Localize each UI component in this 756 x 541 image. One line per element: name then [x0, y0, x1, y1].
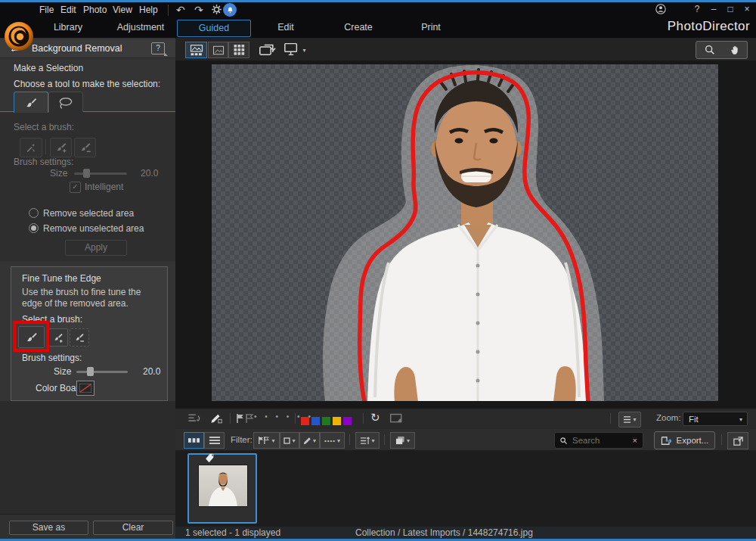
search-input[interactable]: [571, 435, 627, 446]
slider-thumb[interactable]: [83, 169, 90, 178]
view-mode-filmstrip-button[interactable]: [185, 42, 207, 58]
chevron-down-icon: ▾: [407, 437, 410, 444]
divider: [349, 434, 350, 445]
viewer-toolbar: ▾: [175, 38, 756, 61]
menu-help[interactable]: Help: [139, 5, 158, 15]
sort-order-dropdown[interactable]: ▾: [355, 432, 380, 449]
thumbnail-selected[interactable]: [187, 453, 257, 524]
tab-create[interactable]: Create: [322, 20, 395, 36]
zoom-dropdown[interactable]: Fit▾: [683, 412, 748, 426]
help-button[interactable]: ?: [691, 4, 703, 14]
filter-flags-dropdown[interactable]: ▾: [253, 432, 280, 449]
divider: [230, 413, 231, 424]
intelligent-checkbox[interactable]: ✓: [70, 182, 81, 193]
stack-photos-dropdown[interactable]: ▾: [390, 432, 415, 449]
divider: [363, 413, 364, 424]
divider: [384, 434, 385, 445]
fine-tune-size-value: 20.0: [143, 366, 160, 377]
view-mode-grid-button[interactable]: [228, 42, 249, 58]
brush-settings-label: Brush settings:: [14, 157, 73, 167]
divider: [45, 139, 46, 154]
flag-pick-icon[interactable]: [236, 413, 245, 427]
size-slider[interactable]: [74, 173, 127, 175]
redo-icon[interactable]: ↷: [194, 2, 203, 17]
fine-tune-size-slider[interactable]: [76, 371, 128, 373]
photo-transparent-background[interactable]: [212, 64, 718, 401]
flag-reject-icon[interactable]: [245, 413, 254, 427]
settings-gear-icon[interactable]: [211, 4, 222, 19]
photodirector-window: File Edit Photo View Help ↶ ↷ ? – □ ×: [0, 0, 756, 541]
menu-file[interactable]: File: [39, 5, 54, 15]
tab-print[interactable]: Print: [395, 20, 467, 36]
rotate-right-icon[interactable]: ↻: [370, 411, 380, 424]
radio-remove-unselected-label: Remove unselected area: [43, 223, 144, 234]
photo-canvas[interactable]: [175, 61, 756, 409]
red-highlight-annotation: [13, 321, 49, 352]
color-label-yellow[interactable]: [333, 417, 341, 425]
display-options-button[interactable]: ▾: [618, 412, 641, 428]
color-board-swatch[interactable]: [76, 381, 94, 396]
radio-remove-selected[interactable]: [29, 208, 39, 218]
rotate-photo-icon[interactable]: [259, 43, 277, 59]
thumbnail-view-button[interactable]: [184, 432, 204, 449]
fine-tune-section: Fine Tune the Edge Use the brush to fine…: [11, 266, 168, 401]
rating-dots-small: ••••: [324, 437, 336, 444]
edit-pencil-icon[interactable]: [209, 412, 223, 428]
filter-rating-dropdown[interactable]: •••• ▾: [320, 432, 345, 449]
fine-tune-brush-add-icon[interactable]: [48, 328, 68, 347]
notification-bell-icon[interactable]: [223, 3, 237, 17]
color-label-red[interactable]: [301, 417, 309, 425]
make-selection-heading: Make a Selection: [14, 63, 83, 73]
undo-icon[interactable]: ↶: [176, 2, 185, 17]
fine-tune-brush-subtract-icon[interactable]: [70, 328, 89, 347]
smart-select-wand-icon[interactable]: [20, 138, 42, 157]
radio-remove-selected-label: Remove selected area: [43, 208, 134, 219]
color-label-chips[interactable]: [301, 415, 354, 428]
zoom-tool-button[interactable]: [696, 41, 723, 59]
filter-label-dropdown[interactable]: ▾: [280, 432, 299, 449]
color-label-purple[interactable]: [343, 417, 352, 425]
title-bar: File Edit Photo View Help ↶ ↷ ? – □ ×: [0, 2, 756, 18]
tab-adjustment[interactable]: Adjustment: [104, 20, 177, 36]
menu-view[interactable]: View: [113, 5, 132, 15]
chevron-down-icon: ▾: [313, 437, 316, 444]
canvas-settings-icon[interactable]: [389, 413, 404, 427]
tab-selection-lasso[interactable]: [48, 92, 83, 113]
tab-library[interactable]: Library: [32, 20, 104, 36]
radio-remove-unselected[interactable]: [29, 223, 39, 233]
color-label-green[interactable]: [322, 417, 330, 425]
divider: [610, 413, 611, 424]
auto-hide-panel-icon[interactable]: [187, 413, 201, 427]
filter-edited-dropdown[interactable]: ▾: [299, 432, 320, 449]
display-monitor-icon[interactable]: ▾: [283, 42, 305, 59]
brush-add-icon[interactable]: [50, 138, 72, 157]
pan-hand-button[interactable]: [723, 41, 748, 59]
clear-search-icon[interactable]: ×: [633, 436, 637, 445]
open-external-window-button[interactable]: [727, 432, 748, 449]
tab-guided[interactable]: Guided: [177, 20, 251, 37]
apply-button[interactable]: Apply: [65, 240, 127, 256]
menu-edit[interactable]: Edit: [60, 5, 76, 15]
slider-thumb[interactable]: [87, 367, 94, 376]
account-icon[interactable]: [655, 3, 667, 17]
help-tip-icon[interactable]: ?: [151, 42, 165, 54]
color-label-blue[interactable]: [311, 417, 320, 425]
close-button[interactable]: ×: [741, 4, 753, 14]
panel-button-row: Save as Clear: [0, 514, 175, 540]
maximize-button[interactable]: □: [724, 4, 736, 14]
tab-selection-brush[interactable]: [14, 92, 48, 113]
save-as-button[interactable]: Save as: [9, 521, 88, 535]
clear-button[interactable]: Clear: [93, 521, 173, 535]
tab-edit[interactable]: Edit: [249, 20, 322, 36]
list-view-button[interactable]: [204, 432, 225, 449]
brush-subtract-icon[interactable]: [74, 138, 96, 157]
search-box[interactable]: ×: [554, 432, 643, 449]
menu-photo[interactable]: Photo: [83, 5, 107, 15]
status-bar: 1 selected - 1 displayed Collection / La…: [175, 527, 756, 539]
view-mode-single-button[interactable]: [208, 42, 228, 58]
export-button[interactable]: Export...: [654, 431, 715, 449]
minimize-button[interactable]: –: [708, 4, 720, 14]
chevron-down-icon: ▾: [292, 437, 295, 444]
divider: [295, 413, 296, 424]
filter-label: Filter:: [231, 435, 253, 444]
